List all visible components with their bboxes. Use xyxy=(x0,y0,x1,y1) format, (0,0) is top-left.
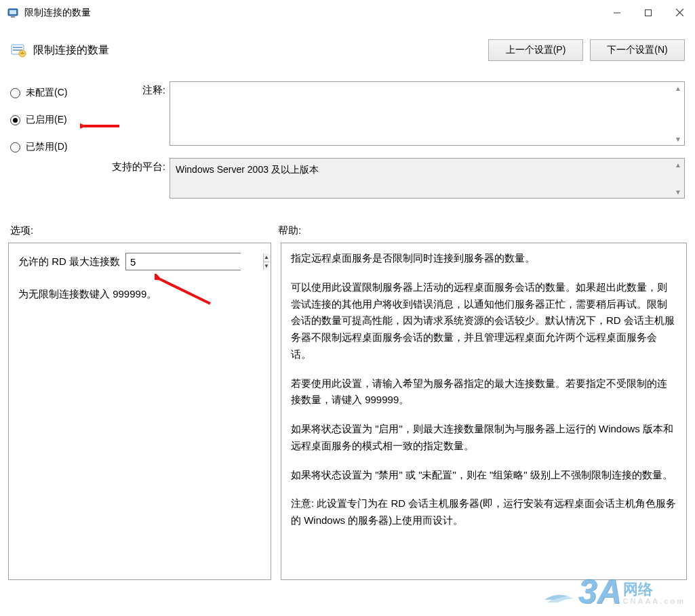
scroll-down-icon[interactable]: ▼ xyxy=(672,186,684,198)
platform-value: Windows Server 2003 及以上版本 xyxy=(176,164,319,175)
window-controls xyxy=(601,2,695,24)
help-paragraph: 如果将状态设置为 "启用"，则最大连接数量限制为与服务器上运行的 Windows… xyxy=(291,421,677,455)
minimize-button[interactable] xyxy=(601,2,633,24)
svg-rect-2 xyxy=(11,16,15,18)
help-panel: 指定远程桌面服务是否限制同时连接到服务器的数量。可以使用此设置限制服务器上活动的… xyxy=(281,243,687,580)
watermark-sub: CNAAA.com xyxy=(623,597,686,605)
max-rd-input[interactable] xyxy=(126,253,263,270)
svg-rect-8 xyxy=(13,47,22,48)
scroll-arrows: ▲ ▼ xyxy=(672,82,684,145)
policy-icon xyxy=(10,42,26,58)
help-paragraph: 可以使用此设置限制服务器上活动的远程桌面服务会话的数量。如果超出此数量，则尝试连… xyxy=(291,279,677,363)
radio-enabled[interactable]: 已启用(E) xyxy=(10,114,102,126)
titlebar: 限制连接的数量 xyxy=(0,0,695,26)
options-panel: 允许的 RD 最大连接数 ▲ ▼ 为无限制连接数键入 999999。 xyxy=(8,243,271,580)
section-labels: 选项: 帮助: xyxy=(0,211,695,243)
radio-label-not-configured: 未配置(C) xyxy=(26,87,67,99)
scroll-up-icon[interactable]: ▲ xyxy=(672,82,684,94)
radio-not-configured[interactable]: 未配置(C) xyxy=(10,87,102,99)
config-area: 未配置(C) 已启用(E) 已禁用(D) 注释: ▲ ▼ 支持的平台: Wind xyxy=(0,68,695,211)
help-paragraph: 指定远程桌面服务是否限制同时连接到服务器的数量。 xyxy=(291,250,677,267)
svg-rect-1 xyxy=(9,10,16,14)
radio-icon xyxy=(10,142,20,152)
radio-column: 未配置(C) 已启用(E) 已禁用(D) xyxy=(10,81,102,211)
close-button[interactable] xyxy=(664,2,695,24)
radio-icon xyxy=(10,88,20,98)
help-label: 帮助: xyxy=(278,224,685,237)
scroll-up-icon[interactable]: ▲ xyxy=(672,159,684,171)
platform-label: 支持的平台: xyxy=(102,158,170,199)
spin-down-icon[interactable]: ▼ xyxy=(264,262,269,270)
maximize-button[interactable] xyxy=(633,2,664,24)
radio-icon xyxy=(10,115,20,125)
app-icon xyxy=(7,7,19,19)
unlimited-hint: 为无限制连接数键入 999999。 xyxy=(18,288,261,301)
radio-label-enabled: 已启用(E) xyxy=(26,114,67,126)
help-paragraph: 注意: 此设置专门为在 RD 会话主机服务器(即，运行安装有远程桌面会话主机角色… xyxy=(291,495,677,529)
platform-box: Windows Server 2003 及以上版本 ▲ ▼ xyxy=(170,158,685,199)
policy-title: 限制连接的数量 xyxy=(33,43,109,58)
next-setting-button[interactable]: 下一个设置(N) xyxy=(590,39,685,61)
scroll-down-icon[interactable]: ▼ xyxy=(672,133,684,145)
max-rd-label: 允许的 RD 最大连接数 xyxy=(18,255,120,268)
radio-disabled[interactable]: 已禁用(D) xyxy=(10,141,102,153)
help-paragraph: 若要使用此设置，请输入希望为服务器指定的最大连接数量。若要指定不受限制的连接数量… xyxy=(291,375,677,409)
spin-up-icon[interactable]: ▲ xyxy=(264,253,269,262)
comment-textarea[interactable]: ▲ ▼ xyxy=(170,81,685,146)
radio-label-disabled: 已禁用(D) xyxy=(26,141,67,153)
help-paragraph: 如果将状态设置为 "禁用" 或 "未配置"，则在 "组策略" 级别上不强制限制连… xyxy=(291,467,677,484)
comment-label: 注释: xyxy=(102,81,170,146)
options-label: 选项: xyxy=(10,224,278,237)
prev-setting-button[interactable]: 上一个设置(P) xyxy=(488,39,583,61)
svg-rect-4 xyxy=(646,9,652,16)
help-text[interactable]: 指定远程桌面服务是否限制同时连接到服务器的数量。可以使用此设置限制服务器上活动的… xyxy=(281,243,686,579)
panels: 允许的 RD 最大连接数 ▲ ▼ 为无限制连接数键入 999999。 指定远程桌… xyxy=(0,243,695,588)
window-title: 限制连接的数量 xyxy=(24,7,91,19)
max-rd-spinner[interactable]: ▲ ▼ xyxy=(125,253,241,270)
svg-rect-12 xyxy=(20,53,24,54)
scroll-arrows: ▲ ▼ xyxy=(672,159,684,198)
header-row: 限制连接的数量 上一个设置(P) 下一个设置(N) xyxy=(0,26,695,68)
